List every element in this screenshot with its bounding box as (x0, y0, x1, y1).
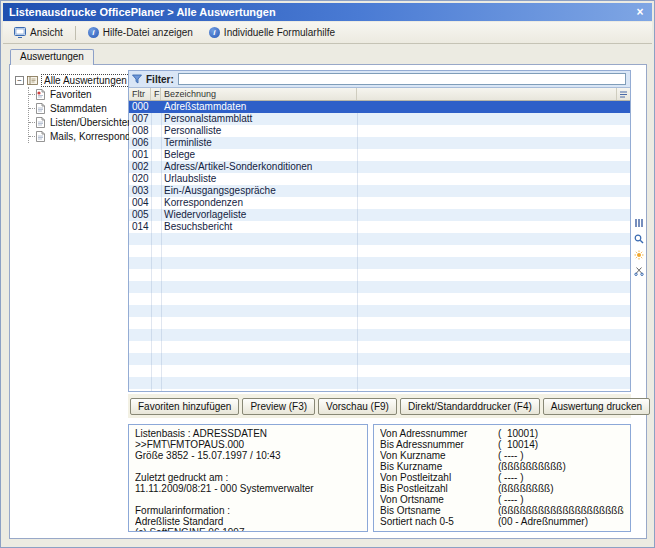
row-bezeichnung: Wiedervorlageliste (161, 209, 357, 221)
filter-input[interactable] (178, 73, 626, 85)
tree-item-label: Stammdaten (48, 103, 109, 114)
range-row: Von Adressnummer ( 10001) (380, 428, 624, 439)
row-rest (357, 173, 630, 185)
row-bezeichnung: Urlaubsliste (161, 173, 357, 185)
report-list-panel: Filter: Fltr F Bezeichnung (128, 70, 631, 392)
table-row[interactable]: 006 Terminliste (129, 137, 630, 149)
tree-item-listen-uebersichten[interactable]: Listen/Übersichten (29, 115, 124, 129)
info-line: Größe 3852 - 15.07.1997 / 10:43 (135, 450, 361, 461)
cut-icon[interactable] (634, 265, 645, 276)
row-fltr: 006 (129, 137, 151, 149)
row-bezeichnung: Korrespondenzen (161, 197, 357, 209)
preview-f3-button[interactable]: Preview (F3) (242, 398, 315, 415)
range-label: Bis Adressnummer (380, 439, 498, 450)
range-value: ( 10001) (498, 428, 624, 439)
form-help-icon: i (209, 27, 220, 38)
vorschau-f9-button[interactable]: Vorschau (F9) (318, 398, 397, 415)
range-row: Von Ortsname ( ---- ) (380, 494, 624, 505)
row-f (151, 125, 161, 137)
toolbar-separator (75, 26, 76, 40)
tab-auswertungen[interactable]: Auswertungen (10, 49, 94, 65)
row-rest (357, 161, 630, 173)
table-row[interactable]: 001 Belege (129, 149, 630, 161)
formularhilfe-button[interactable]: i Individuelle Formularhilfe (202, 24, 342, 41)
range-value: ( ---- ) (498, 472, 624, 483)
sun-icon[interactable] (634, 249, 645, 260)
direct-printer-f4-button[interactable]: Direkt/Standarddrucker (F4) (400, 398, 540, 415)
tree-item-stammdaten[interactable]: Stammdaten (29, 101, 124, 115)
row-bezeichnung: Personalstammblatt (161, 113, 357, 125)
row-rest (357, 137, 630, 149)
row-bezeichnung: Terminliste (161, 137, 357, 149)
column-options-icon[interactable] (617, 88, 630, 100)
table-row[interactable]: 004 Korrespondenzen (129, 197, 630, 209)
table-row[interactable]: 007 Personalstammblatt (129, 113, 630, 125)
row-fltr: 020 (129, 173, 151, 185)
side-tool-rail (633, 217, 645, 276)
range-value: (ßßßßßßßßßß) (498, 461, 624, 472)
row-fltr: 005 (129, 209, 151, 221)
tree-item-mails-korrespondenzen[interactable]: Mails, Korrespondenzen (29, 129, 124, 143)
row-fltr: 004 (129, 197, 151, 209)
row-fltr: 000 (129, 101, 151, 113)
header-bezeichnung[interactable]: Bezeichnung (161, 88, 357, 100)
row-bezeichnung: Belege (161, 149, 357, 161)
close-button[interactable]: × (632, 5, 648, 19)
filter-label: Filter: (146, 74, 174, 85)
table-row[interactable]: 000 Adreßstammdaten (129, 101, 630, 113)
table-row[interactable]: 014 Besuchsbericht (129, 221, 630, 233)
range-row: Von Kurzname ( ---- ) (380, 450, 624, 461)
info-line: Zuletzt gedruckt am : (135, 472, 361, 483)
print-report-button[interactable]: Auswertung drucken (543, 398, 650, 415)
range-info-panel: Von Adressnummer ( 10001) Bis Adressnumm… (373, 424, 631, 532)
filter-bar: Filter: (129, 71, 630, 88)
row-f (151, 113, 161, 125)
info-line: (c) SoftENGINE 06.1997 (135, 527, 361, 532)
table-row[interactable]: 003 Ein-/Ausgangsgespräche (129, 185, 630, 197)
tree-item-alle-auswertungen[interactable]: − Alle Auswertungen (15, 73, 124, 87)
tree-children: Favoriten Stammdaten Listen/Übersichten (28, 87, 124, 143)
row-f (151, 197, 161, 209)
range-row: Von Postleitzahl ( ---- ) (380, 472, 624, 483)
tree-panel: − Alle Auswertungen Favoriten St (13, 68, 125, 535)
hilfe-datei-button[interactable]: i Hilfe-Datei anzeigen (81, 24, 200, 41)
tree-item-label: Listen/Übersichten (48, 117, 135, 128)
info-line: Adreßliste Standard (135, 516, 361, 527)
table-row[interactable]: 002 Adress/Artikel-Sonderkonditionen (129, 161, 630, 173)
titlebar: Listenausdrucke OfficePlaner > Alle Ausw… (3, 3, 652, 21)
page-icon (36, 103, 45, 114)
app-window: Listenausdrucke OfficePlaner > Alle Ausw… (0, 0, 655, 548)
row-fltr: 002 (129, 161, 151, 173)
row-fltr: 007 (129, 113, 151, 125)
row-rest (357, 149, 630, 161)
page-icon (36, 131, 45, 142)
content-frame: − Alle Auswertungen Favoriten St (9, 64, 647, 539)
header-f[interactable]: F (151, 88, 161, 100)
columns-icon[interactable] (634, 217, 645, 228)
range-value: (00 - Adreßnummer) (498, 516, 624, 527)
tree-expander-icon[interactable]: − (15, 76, 24, 85)
page-icon (36, 117, 45, 128)
table-row[interactable]: 008 Personalliste (129, 125, 630, 137)
view-icon (14, 27, 26, 38)
row-fltr: 014 (129, 221, 151, 233)
formularhilfe-label: Individuelle Formularhilfe (224, 27, 335, 38)
range-value: ( ---- ) (498, 494, 624, 505)
info-line (135, 494, 361, 505)
range-value: ( ---- ) (498, 450, 624, 461)
header-fltr[interactable]: Fltr (129, 88, 151, 100)
window-title: Listenausdrucke OfficePlaner > Alle Ausw… (9, 6, 276, 18)
tree-item-label: Favoriten (48, 89, 94, 100)
table-row[interactable]: 020 Urlaubsliste (129, 173, 630, 185)
table-body: 000 Adreßstammdaten 007 Personalstammbla… (129, 101, 630, 391)
tree-item-favoriten[interactable]: Favoriten (29, 87, 124, 101)
ansicht-button[interactable]: Ansicht (7, 24, 70, 41)
book-icon (27, 75, 38, 86)
info-line: 11.11.2009/08:21 - 000 Systemverwalter (135, 483, 361, 494)
favorites-page-icon (36, 89, 45, 100)
row-f (151, 149, 161, 161)
add-favorites-button[interactable]: Favoriten hinzufügen (130, 398, 239, 415)
table-row[interactable]: 005 Wiedervorlageliste (129, 209, 630, 221)
toolbar: Ansicht i Hilfe-Datei anzeigen i Individ… (3, 22, 652, 44)
zoom-icon[interactable] (634, 233, 645, 244)
